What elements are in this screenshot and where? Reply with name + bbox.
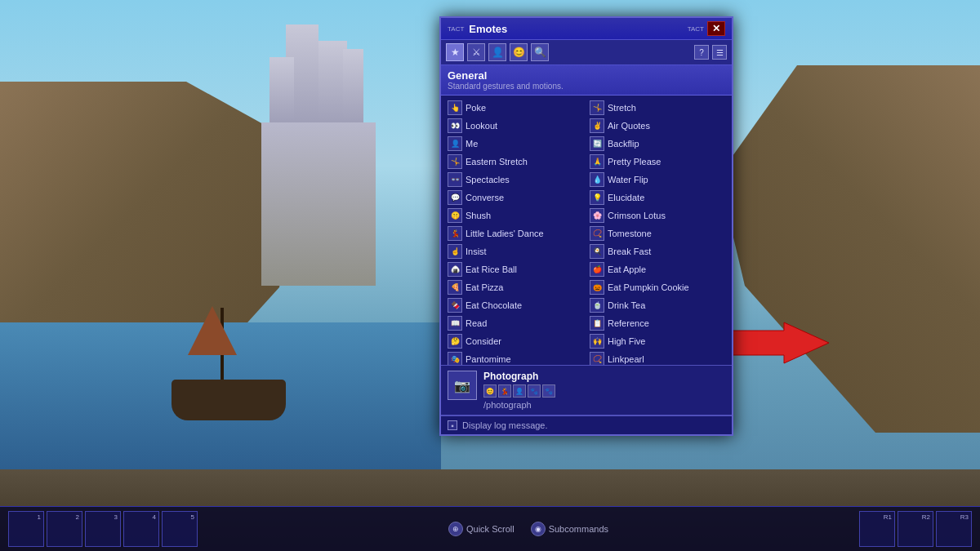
detail-sub-icon-3: 👤	[513, 384, 526, 398]
log-message-label: Display log message.	[462, 420, 548, 430]
hotbar-slot-4[interactable]: 4	[123, 511, 159, 547]
emote-item[interactable]: 🙌High Five	[586, 332, 728, 350]
emote-label: Converse	[466, 193, 504, 202]
emote-item[interactable]: 🍵Drink Tea	[586, 296, 728, 314]
emote-label: High Five	[608, 336, 645, 346]
hotbar-slot-r1[interactable]: R1	[859, 511, 895, 547]
emote-item[interactable]: 🍙Eat Rice Ball	[444, 260, 586, 278]
log-message-checkbox[interactable]: ▪	[448, 420, 457, 430]
detail-sub-icon-4: 🐾	[528, 384, 541, 398]
emote-item[interactable]: 🍎Eat Apple	[586, 260, 728, 278]
hotbar-slot-2[interactable]: 2	[47, 511, 82, 547]
emote-icon: 🎃	[590, 280, 604, 295]
emote-label: Eastern Stretch	[466, 157, 528, 167]
quickscroll-label: Quick Scroll	[466, 524, 514, 534]
hotbar-slot-1[interactable]: 1	[8, 511, 44, 547]
emote-icon: 🍎	[590, 262, 604, 277]
emote-item[interactable]: 💧Water Flip	[586, 171, 728, 189]
emote-icon: 🤫	[448, 208, 462, 223]
hotbar-slot-r3[interactable]: R3	[936, 511, 972, 547]
hotbar-slot-3[interactable]: 3	[85, 511, 121, 547]
emote-item[interactable]: 🤫Shush	[444, 207, 586, 224]
emote-icon: 🎭	[448, 352, 462, 365]
toolbar-left: ★ ⚔ 👤 😊 🔍	[446, 43, 549, 61]
emote-label: Lookout	[466, 121, 497, 131]
detail-emote-icon: 📷	[448, 371, 477, 400]
subcommands-label: Subcommands	[549, 524, 608, 534]
emote-label: Pantomime	[466, 354, 511, 364]
hotbar-slot-num-r1: R1	[884, 513, 892, 521]
emote-item[interactable]: 🌸Crimson Lotus	[586, 207, 728, 224]
emote-item[interactable]: 📋Reference	[586, 314, 728, 332]
emote-icon: 💡	[590, 190, 604, 205]
emote-item[interactable]: 📖Read	[444, 314, 586, 332]
tab-character[interactable]: 👤	[488, 43, 506, 61]
detail-sub-icon-1: 😊	[483, 384, 497, 398]
emote-item[interactable]: 💃Little Ladies' Dance	[444, 224, 586, 242]
hotbar-slot-r2[interactable]: R2	[898, 511, 933, 547]
emote-label: Me	[466, 139, 478, 149]
emote-item[interactable]: 📿Linkpearl	[586, 350, 728, 365]
emote-label: Reference	[608, 318, 649, 328]
emotes-dialog: TACT Emotes TACT ✕ ★ ⚔ 👤 😊 🔍 ? ☰ General…	[439, 16, 733, 436]
emote-item[interactable]: 💡Elucidate	[586, 189, 728, 207]
emote-label: Read	[466, 318, 487, 328]
hotbar-hint-quickscroll: ⊕ Quick Scroll	[448, 522, 514, 536]
tab-emotes[interactable]: 😊	[510, 43, 528, 61]
emote-item[interactable]: 🎭Pantomime	[444, 350, 586, 365]
help-button[interactable]: ?	[694, 45, 709, 60]
toolbar: ★ ⚔ 👤 😊 🔍 ? ☰	[441, 40, 732, 65]
close-button[interactable]: ✕	[707, 21, 725, 36]
category-title: General	[448, 69, 725, 82]
detail-emote-name: Photograph	[483, 371, 725, 382]
emote-item[interactable]: 🎃Eat Pumpkin Cookie	[586, 278, 728, 296]
emote-label: Drink Tea	[608, 300, 645, 310]
emote-icon: 📿	[590, 352, 604, 365]
emote-item[interactable]: 👤Me	[444, 135, 586, 153]
title-sub-left: TACT	[448, 25, 464, 33]
emote-item[interactable]: 🍕Eat Pizza	[444, 278, 586, 296]
title-sub-right: TACT	[688, 25, 704, 33]
tab-favorites[interactable]: ★	[446, 43, 464, 61]
emote-item[interactable]: 📿Tomestone	[586, 224, 728, 242]
emote-item[interactable]: 🤸Eastern Stretch	[444, 153, 586, 171]
emote-item[interactable]: 🤸Stretch	[586, 99, 728, 117]
emote-icon: 🤔	[448, 334, 462, 349]
emote-item[interactable]: 👀Lookout	[444, 117, 586, 135]
emote-label: Stretch	[608, 103, 636, 113]
emote-item[interactable]: 💬Converse	[444, 189, 586, 207]
hotbar-slot-num-2: 2	[76, 513, 79, 521]
settings-button[interactable]: ☰	[712, 45, 727, 60]
tab-search[interactable]: 🔍	[531, 43, 549, 61]
emote-item[interactable]: 🔄Backflip	[586, 135, 728, 153]
emote-item[interactable]: 🍳Break Fast	[586, 242, 728, 260]
emote-item[interactable]: 🤔Consider	[444, 332, 586, 350]
emote-item[interactable]: 👓Spectacles	[444, 171, 586, 189]
emote-icon: 🍙	[448, 262, 462, 277]
emote-icon: 🍵	[590, 298, 604, 313]
emote-label: Air Quotes	[608, 121, 650, 131]
emote-item[interactable]: 👆Poke	[444, 99, 586, 117]
detail-sub-icon-5: 🐾	[542, 384, 555, 398]
emote-icon: 👆	[448, 100, 462, 115]
dialog-title: Emotes	[469, 23, 507, 35]
tab-combat[interactable]: ⚔	[467, 43, 485, 61]
emote-item[interactable]: ☝Insist	[444, 242, 586, 260]
subcommands-btn: ◉	[531, 522, 546, 536]
emote-icon: 👀	[448, 118, 462, 133]
emote-label: Backflip	[608, 139, 639, 149]
hotbar-slot-num-4: 4	[153, 513, 156, 521]
emote-icon: 🤸	[448, 154, 462, 169]
emote-item[interactable]: 🍫Eat Chocolate	[444, 296, 586, 314]
emote-item[interactable]: 🙏Pretty Please	[586, 153, 728, 171]
hotbar-slot-5[interactable]: 5	[162, 511, 198, 547]
ship	[163, 322, 294, 420]
footer-area: ▪ Display log message.	[441, 415, 732, 434]
emote-icon: ☝	[448, 244, 462, 259]
hotbar-slot-num-3: 3	[114, 513, 118, 521]
hotbar-hints: ⊕ Quick Scroll ◉ Subcommands	[200, 522, 857, 536]
emote-item[interactable]: ✌Air Quotes	[586, 117, 728, 135]
emote-label: Little Ladies' Dance	[466, 229, 544, 238]
emote-label: Eat Pizza	[466, 282, 503, 292]
emote-label: Elucidate	[608, 193, 644, 202]
